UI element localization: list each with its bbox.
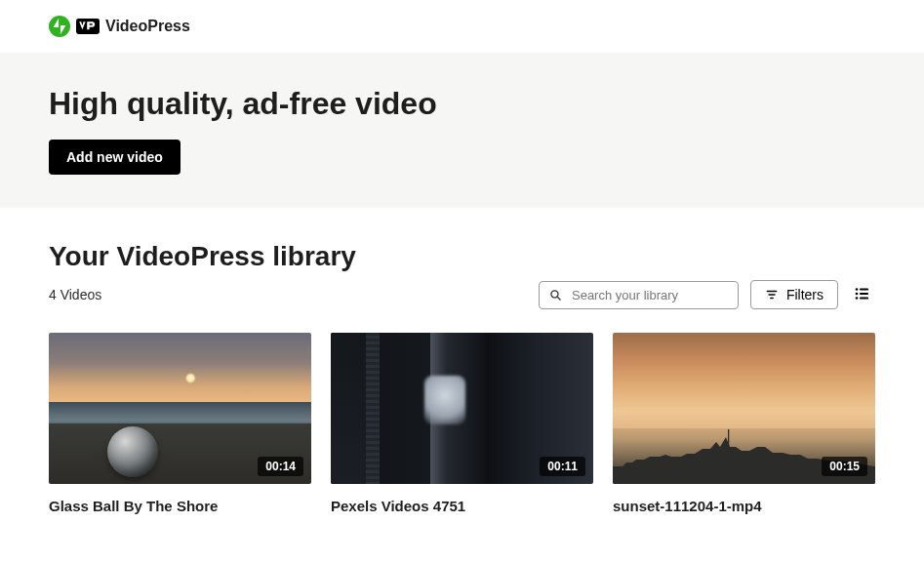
video-title: Pexels Videos 4751 bbox=[331, 498, 593, 514]
library-controls: Filters bbox=[539, 280, 875, 309]
video-title: Glass Ball By The Shore bbox=[49, 498, 311, 514]
hero-title: High quality, ad-free video bbox=[49, 86, 875, 122]
svg-rect-10 bbox=[860, 288, 868, 290]
svg-rect-12 bbox=[860, 297, 868, 299]
list-view-icon bbox=[854, 285, 871, 302]
filters-button[interactable]: Filters bbox=[750, 280, 838, 309]
video-card[interactable]: 00:14 Glass Ball By The Shore bbox=[49, 333, 311, 514]
video-title: sunset-111204-1-mp4 bbox=[613, 498, 875, 514]
search-icon bbox=[549, 288, 562, 302]
hero: High quality, ad-free video Add new vide… bbox=[0, 53, 924, 208]
svg-rect-13 bbox=[728, 429, 729, 447]
svg-point-2 bbox=[551, 290, 558, 297]
brand-logo[interactable]: VideoPress bbox=[49, 16, 190, 37]
filters-label: Filters bbox=[786, 287, 824, 302]
video-thumbnail: 00:11 bbox=[331, 333, 593, 484]
videopress-icon bbox=[76, 18, 100, 35]
add-video-button[interactable]: Add new video bbox=[49, 140, 181, 175]
svg-point-9 bbox=[856, 297, 859, 300]
jetpack-icon bbox=[49, 16, 70, 37]
search-input-wrap[interactable] bbox=[539, 281, 739, 309]
video-card[interactable]: 00:15 sunset-111204-1-mp4 bbox=[613, 333, 875, 514]
svg-line-3 bbox=[557, 297, 560, 300]
filter-icon bbox=[765, 288, 779, 302]
svg-point-7 bbox=[856, 288, 859, 291]
view-toggle-button[interactable] bbox=[850, 281, 875, 309]
video-duration: 00:14 bbox=[258, 457, 303, 476]
video-duration: 00:11 bbox=[540, 457, 585, 476]
svg-point-8 bbox=[856, 292, 859, 295]
header: VideoPress bbox=[0, 0, 924, 53]
library-toolbar: 4 Videos Filters bbox=[49, 280, 875, 309]
search-input[interactable] bbox=[572, 288, 728, 302]
video-thumbnail: 00:14 bbox=[49, 333, 311, 484]
content: Your VideoPress library 4 Videos Filters bbox=[0, 208, 924, 543]
video-card[interactable]: 00:11 Pexels Videos 4751 bbox=[331, 333, 593, 514]
brand-name: VideoPress bbox=[105, 18, 190, 35]
video-duration: 00:15 bbox=[822, 457, 867, 476]
library-title: Your VideoPress library bbox=[49, 241, 875, 272]
video-grid: 00:14 Glass Ball By The Shore 00:11 Pexe… bbox=[49, 333, 875, 514]
svg-point-0 bbox=[49, 16, 70, 37]
video-thumbnail: 00:15 bbox=[613, 333, 875, 484]
svg-rect-11 bbox=[860, 292, 868, 294]
video-count: 4 Videos bbox=[49, 287, 101, 302]
